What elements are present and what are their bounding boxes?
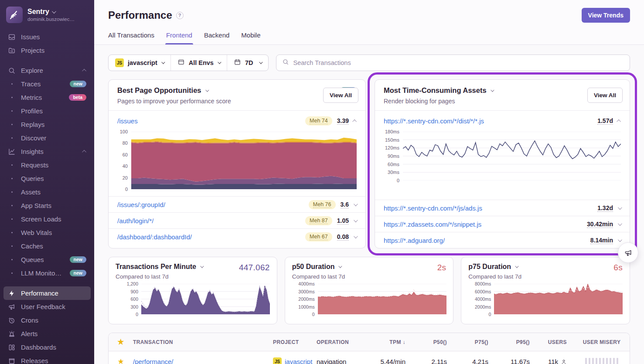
collapse-chevron-icon[interactable] <box>352 119 357 123</box>
score-badge[interactable]: Meh 74 <box>305 116 332 126</box>
expand-chevron-icon[interactable] <box>354 234 358 238</box>
expand-chevron-icon[interactable] <box>618 221 622 226</box>
tab-frontend[interactable]: Frontend <box>166 31 192 44</box>
transaction-link[interactable]: /dashboard/:dashboardId/ <box>117 233 192 241</box>
sidebar-item-user-feedback[interactable]: User Feedback <box>3 300 91 313</box>
col-p50[interactable]: P50() <box>412 339 454 345</box>
project-filter[interactable]: JS javascript <box>109 55 171 71</box>
org-name[interactable]: Sentry <box>27 8 49 16</box>
environment-filter[interactable]: All Envs <box>171 55 227 71</box>
collapse-chevron-icon[interactable] <box>617 119 621 123</box>
asset-url-link[interactable]: https://*.sentry-cdn.com/*/dist/*/*.js <box>384 117 484 125</box>
inbox-icon <box>8 33 16 41</box>
chevron-down-icon[interactable] <box>205 88 209 92</box>
y-axis: 180ms150ms120ms90ms60ms30ms0 <box>380 132 399 180</box>
sidebar-item-projects[interactable]: Projects <box>3 44 91 57</box>
feedback-fab-button[interactable] <box>618 242 638 263</box>
sidebar-item-queries[interactable]: Queries <box>3 172 91 185</box>
asset-url-link[interactable]: https://*.sentry-cdn.com/*/js/ads.js <box>384 204 482 212</box>
view-all-button[interactable]: View All <box>323 88 358 103</box>
asset-time-value[interactable]: 8.14min <box>590 237 613 244</box>
collapse-chevron-icon[interactable] <box>82 150 86 154</box>
star-icon[interactable]: ★ <box>109 338 133 346</box>
transaction-link[interactable]: /issues <box>117 117 138 125</box>
transaction-link[interactable]: /performance/ <box>133 358 273 364</box>
asset-url-link[interactable]: https://*.zdassets.com/*/snippet.js <box>384 221 481 228</box>
chevron-down-icon[interactable] <box>491 88 494 92</box>
sidebar-item-replays[interactable]: Replays <box>3 118 91 131</box>
sidebar-item-crons[interactable]: Crons <box>3 313 91 327</box>
tab-backend[interactable]: Backend <box>204 31 229 44</box>
col-operation[interactable]: OPERATION <box>317 339 369 345</box>
expand-chevron-icon[interactable] <box>618 238 622 242</box>
collapse-chevron-icon[interactable] <box>82 69 86 73</box>
sidebar-item-insights[interactable]: Insights <box>3 145 91 158</box>
asset-time-value[interactable]: 1.57d <box>597 117 613 125</box>
score-badge[interactable]: Meh 87 <box>305 216 332 225</box>
sidebar-item-requests[interactable]: Requests <box>3 158 91 172</box>
sidebar-item-explore[interactable]: Explore <box>3 64 91 77</box>
sidebar-item-releases[interactable]: Releases <box>3 354 91 364</box>
asset-row: https://*.zdassets.com/*/snippet.js 30.4… <box>375 216 630 232</box>
asset-url-link[interactable]: https://*.adguard.org/ <box>384 237 445 244</box>
col-p75[interactable]: P75() <box>454 339 495 345</box>
sidebar-item-dashboards[interactable]: Dashboards <box>3 340 91 354</box>
panel-title[interactable]: p75 Duration <box>468 263 511 271</box>
sidebar-item-issues[interactable]: Issues <box>3 30 91 44</box>
sidebar-item-caches[interactable]: Caches <box>3 239 91 253</box>
sidebar-item-metrics[interactable]: Metrics beta <box>3 91 91 104</box>
sidebar-item-assets[interactable]: Assets <box>3 185 91 199</box>
sidebar-item-web-vitals[interactable]: Web Vitals <box>3 226 91 239</box>
panel-subtitle: Compared to last 7d <box>292 273 446 280</box>
search-input[interactable] <box>293 59 624 66</box>
panel-title[interactable]: Transactions Per Minute <box>116 263 196 271</box>
view-trends-button[interactable]: View Trends <box>582 8 630 23</box>
score-badge[interactable]: Meh 76 <box>309 200 336 209</box>
org-header[interactable]: Sentry dominik.buszowiec… <box>0 0 94 27</box>
opportunity-value[interactable]: 3.6 <box>341 201 349 208</box>
asset-time-value[interactable]: 30.42min <box>587 221 613 228</box>
sidebar-item-screen-loads[interactable]: Screen Loads <box>3 212 91 226</box>
chevron-down-icon[interactable] <box>200 264 204 268</box>
opportunity-value[interactable]: 1.05 <box>337 217 349 225</box>
sidebar-item-app-starts[interactable]: App Starts <box>3 199 91 212</box>
col-project[interactable]: PROJECT <box>273 339 317 345</box>
project-cell[interactable]: JS javascript <box>273 357 317 364</box>
bullet-dot <box>8 215 16 223</box>
opportunity-value[interactable]: 0.08 <box>337 233 349 241</box>
panel-title[interactable]: Most Time-Consuming Assets <box>384 86 487 95</box>
favorite-star-icon[interactable]: ★ <box>109 358 133 364</box>
tpm-cell: 5.44/min <box>369 358 412 364</box>
sidebar-item-performance[interactable]: Performance <box>3 286 91 300</box>
col-users[interactable]: USERS <box>537 339 574 345</box>
transaction-link[interactable]: /auth/login/*/ <box>117 217 153 225</box>
view-all-button[interactable]: View All <box>587 88 623 103</box>
sidebar-item-discover[interactable]: Discover <box>3 131 91 145</box>
sidebar-item-llm-monitoring[interactable]: LLM Monito… new <box>3 266 91 280</box>
users-cell: 11k <box>537 358 574 364</box>
col-p95[interactable]: P95() <box>495 339 537 345</box>
sidebar-item-alerts[interactable]: Alerts <box>3 327 91 340</box>
tab-mobile[interactable]: Mobile <box>241 31 260 44</box>
asset-time-value[interactable]: 1.32d <box>597 204 613 212</box>
opportunity-value[interactable]: 3.39 <box>337 117 349 125</box>
col-user-misery[interactable]: USER MISERY <box>574 339 630 345</box>
chevron-down-icon[interactable] <box>515 264 518 268</box>
col-tpm[interactable]: TPM ↓ <box>369 339 412 345</box>
chevron-down-icon <box>161 60 165 64</box>
col-transaction[interactable]: TRANSACTION <box>133 339 273 345</box>
help-icon[interactable]: ? <box>176 12 184 19</box>
expand-chevron-icon[interactable] <box>354 218 358 222</box>
chevron-down-icon[interactable] <box>339 264 342 268</box>
panel-title[interactable]: p50 Duration <box>292 263 335 271</box>
sidebar-item-traces[interactable]: Traces new <box>3 77 91 91</box>
expand-chevron-icon[interactable] <box>618 205 622 210</box>
tab-all-transactions[interactable]: All Transactions <box>108 31 154 44</box>
expand-chevron-icon[interactable] <box>354 202 358 206</box>
sidebar-item-queues[interactable]: Queues new <box>3 253 91 266</box>
date-range-filter[interactable]: 7D <box>227 55 269 71</box>
transaction-link[interactable]: /issues/:groupId/ <box>117 201 165 208</box>
panel-title[interactable]: Best Page Opportunities <box>117 86 201 95</box>
score-badge[interactable]: Meh 67 <box>305 232 332 242</box>
sidebar-item-profiles[interactable]: Profiles <box>3 104 91 118</box>
